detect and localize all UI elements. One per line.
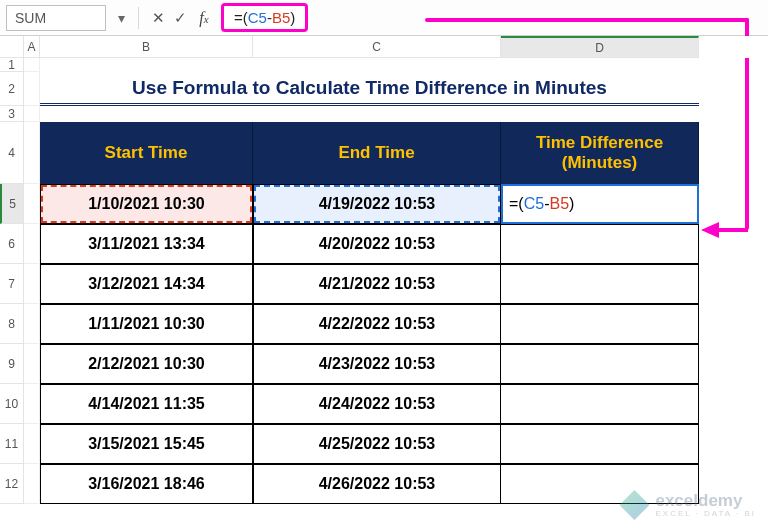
cell[interactable] — [24, 344, 40, 384]
table-cell[interactable]: 4/23/2022 10:53 — [253, 344, 501, 384]
cell[interactable] — [24, 264, 40, 304]
cell[interactable] — [24, 106, 40, 122]
row-header[interactable]: 10 — [0, 384, 24, 424]
name-box-value: SUM — [15, 10, 46, 26]
formula-ref-c5: C5 — [248, 9, 267, 26]
table-cell[interactable]: 4/26/2022 10:53 — [253, 464, 501, 504]
cell-c5[interactable]: 4/19/2022 10:53 — [253, 184, 501, 224]
table-cell[interactable] — [501, 344, 699, 384]
cancel-icon[interactable]: ✕ — [147, 9, 169, 27]
col-header-c[interactable]: C — [253, 36, 501, 58]
row-header[interactable]: 9 — [0, 344, 24, 384]
col-header-b[interactable]: B — [40, 36, 253, 58]
spreadsheet-grid: A B C D 1 2 Use Formula to Calculate Tim… — [0, 36, 768, 530]
formula-input[interactable]: =(C5-B5) — [221, 3, 308, 32]
cell[interactable] — [24, 304, 40, 344]
row-header[interactable]: 7 — [0, 264, 24, 304]
cell[interactable] — [24, 58, 40, 72]
table-cell[interactable]: 4/20/2022 10:53 — [253, 224, 501, 264]
logo-icon — [619, 490, 649, 520]
watermark-brand: exceldemy — [655, 492, 756, 509]
table-cell[interactable] — [501, 424, 699, 464]
cell[interactable] — [24, 184, 40, 224]
watermark: exceldemy EXCEL · DATA · BI — [619, 490, 756, 520]
table-header-end-time[interactable]: End Time — [253, 122, 501, 184]
watermark-sub: EXCEL · DATA · BI — [655, 509, 756, 518]
row-header[interactable]: 2 — [0, 72, 24, 106]
row-header[interactable]: 1 — [0, 58, 24, 72]
table-cell[interactable]: 2/12/2021 10:30 — [40, 344, 253, 384]
table-cell[interactable]: 3/12/2021 14:34 — [40, 264, 253, 304]
formula-ref-b5: B5 — [272, 9, 290, 26]
divider — [138, 7, 139, 29]
table-cell[interactable]: 4/14/2021 11:35 — [40, 384, 253, 424]
table-cell[interactable]: 4/24/2022 10:53 — [253, 384, 501, 424]
table-cell[interactable]: 1/11/2021 10:30 — [40, 304, 253, 344]
row-header[interactable]: 3 — [0, 106, 24, 122]
name-box-dropdown-icon[interactable]: ▾ — [112, 10, 130, 26]
cell[interactable] — [40, 58, 699, 72]
enter-icon[interactable]: ✓ — [169, 9, 191, 27]
name-box[interactable]: SUM — [6, 5, 106, 31]
fx-icon[interactable]: fx — [191, 9, 217, 27]
row-header[interactable]: 5 — [0, 184, 24, 224]
cell[interactable] — [24, 464, 40, 504]
row-header[interactable]: 12 — [0, 464, 24, 504]
page-title[interactable]: Use Formula to Calculate Time Difference… — [40, 72, 699, 106]
formula-prefix: =( — [234, 9, 248, 26]
table-header-diff[interactable]: Time Difference (Minutes) — [501, 122, 699, 184]
table-cell[interactable] — [501, 384, 699, 424]
column-headers: A B C D — [0, 36, 768, 58]
cell[interactable] — [40, 106, 699, 122]
row-header[interactable]: 4 — [0, 122, 24, 184]
cell[interactable] — [24, 72, 40, 106]
cell[interactable] — [24, 384, 40, 424]
row-header[interactable]: 8 — [0, 304, 24, 344]
table-cell[interactable]: 4/22/2022 10:53 — [253, 304, 501, 344]
cell-b5[interactable]: 1/10/2021 10:30 — [40, 184, 253, 224]
cell[interactable] — [24, 122, 40, 184]
cell[interactable] — [24, 224, 40, 264]
row-header[interactable]: 6 — [0, 224, 24, 264]
table-cell[interactable] — [501, 304, 699, 344]
cell-d5-editing[interactable]: =(C5-B5) — [501, 184, 699, 224]
table-cell[interactable]: 3/11/2021 13:34 — [40, 224, 253, 264]
col-header-a[interactable]: A — [24, 36, 40, 58]
col-header-d[interactable]: D — [501, 36, 699, 58]
table-cell[interactable] — [501, 224, 699, 264]
row-header[interactable]: 11 — [0, 424, 24, 464]
table-cell[interactable] — [501, 264, 699, 304]
select-all-corner[interactable] — [0, 36, 24, 58]
table-cell[interactable]: 4/25/2022 10:53 — [253, 424, 501, 464]
table-cell[interactable]: 3/15/2021 15:45 — [40, 424, 253, 464]
table-cell[interactable]: 4/21/2022 10:53 — [253, 264, 501, 304]
formula-suffix: ) — [290, 9, 295, 26]
table-header-start-time[interactable]: Start Time — [40, 122, 253, 184]
cell[interactable] — [24, 424, 40, 464]
callout-connector — [425, 18, 749, 22]
table-cell[interactable]: 3/16/2021 18:46 — [40, 464, 253, 504]
